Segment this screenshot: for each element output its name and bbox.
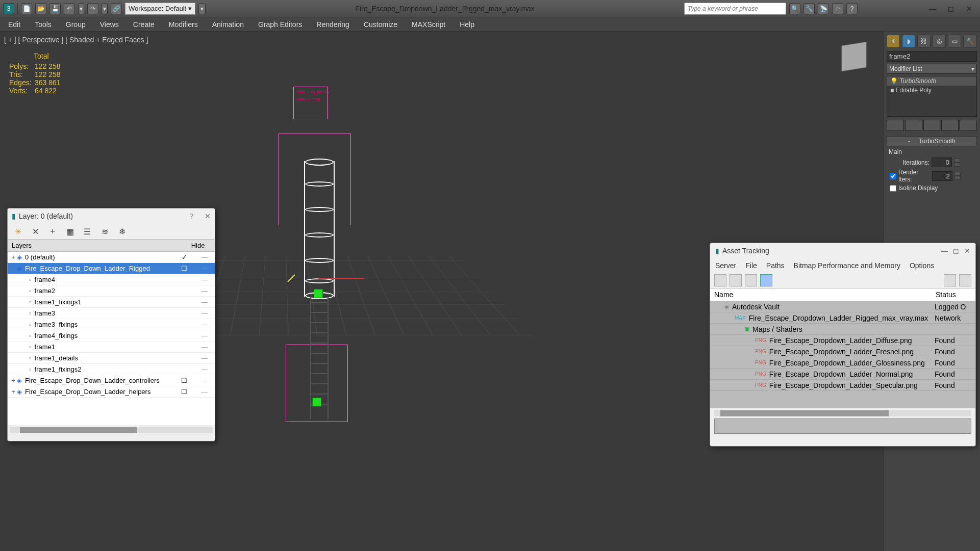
tab-utilities-icon[interactable]: 🔨 [963,35,976,48]
menu-group[interactable]: Group [66,20,86,29]
settings-asset-icon[interactable] [959,274,971,286]
redo-icon[interactable]: ↷ [87,3,98,14]
tab-display-icon[interactable]: ▭ [948,35,961,48]
menu-customize[interactable]: Customize [364,20,397,29]
object-name-input[interactable] [887,51,977,62]
freeze-cell[interactable]: — [194,309,215,317]
workspace-dropdown[interactable]: Workspace: Default ▾ [125,3,195,15]
asset-panel-close-icon[interactable]: ✕ [964,247,970,255]
favorites-icon[interactable]: ☆ [832,3,843,14]
viewcube[interactable] [834,37,874,76]
menu-graph-editors[interactable]: Graph Editors [258,20,302,29]
freeze-cell[interactable]: — [194,377,215,384]
layer-panel-titlebar[interactable]: ▮ Layer: 0 (default) ? ✕ [8,208,215,224]
open-file-icon[interactable]: 📂 [35,3,46,14]
freeze-cell[interactable]: — [194,365,215,373]
new-layer-icon[interactable]: ✳ [13,226,23,237]
show-end-result-icon[interactable] [905,120,922,131]
asset-row[interactable]: PNGFire_Escape_Dropdown_Ladder_Glossines… [710,357,975,369]
menu-maxscript[interactable]: MAXScript [412,20,445,29]
menu-create[interactable]: Create [133,20,155,29]
close-button[interactable]: ✕ [962,3,977,14]
minimize-button[interactable]: — [925,3,940,14]
iterations-spinner[interactable] [954,159,960,167]
turbosmooth-header[interactable]: - TurboSmooth [887,136,977,146]
layer-panel-close-icon[interactable]: ✕ [205,212,211,220]
iterations-input[interactable] [932,158,952,167]
hide-checkbox[interactable]: ☐ [174,377,194,384]
select-layer-icon[interactable]: ☰ [82,226,92,237]
layer-row[interactable]: ▫frame1_fixings2— [8,364,215,375]
freeze-cell[interactable]: — [194,253,215,261]
redo-dropdown-icon[interactable]: ▾ [102,3,108,14]
layer-row[interactable]: ▫frame4_fixings— [8,330,215,342]
freeze-layers-icon[interactable]: ❄ [117,226,127,237]
viewport-label[interactable]: [ + ] [ Perspective ] [ Shaded + Edged F… [4,36,148,44]
render-iters-input[interactable] [932,171,952,181]
menu-tools[interactable]: Tools [35,20,52,29]
layer-row[interactable]: -◈Fire_Escape_Drop_Down_Ladder_Rigged☐— [8,263,215,274]
col-name-label[interactable]: Name [714,291,936,299]
layer-row[interactable]: ▫frame3_fixings— [8,319,215,330]
modifier-stack[interactable]: 💡 TurboSmooth ■ Editable Poly [887,76,977,117]
asset-panel-hscroll[interactable] [714,410,971,416]
layer-row[interactable]: ▫frame1_details— [8,353,215,364]
add-to-layer-icon[interactable]: + [47,226,58,237]
freeze-cell[interactable]: — [194,265,215,272]
render-iters-spinner[interactable] [954,172,961,180]
tab-create-icon[interactable]: ✳ [887,35,900,48]
layer-row[interactable]: ▫frame4— [8,274,215,285]
visible-check-icon[interactable]: ✓ [174,253,194,261]
col-hide-label[interactable]: Hide [185,242,211,249]
render-iters-checkbox[interactable] [890,173,896,179]
pin-stack-icon[interactable] [887,120,904,131]
maximize-button[interactable]: ◻ [943,3,959,14]
undo-dropdown-icon[interactable]: ▾ [78,3,84,14]
app-logo-icon[interactable]: 3 [3,3,14,14]
freeze-cell[interactable]: — [194,287,215,295]
asset-row[interactable]: ▣Maps / Shaders [710,324,975,335]
save-file-icon[interactable]: 💾 [49,3,61,14]
expand-icon[interactable]: - [10,265,17,272]
layer-row[interactable]: ▫frame3— [8,308,215,319]
expand-icon[interactable]: + [10,253,17,261]
col-layers-label[interactable]: Layers [12,242,185,249]
workspace-more-icon[interactable]: ▾ [198,3,206,14]
asset-row[interactable]: MAXFire_Escape_Dropdown_Ladder_Rigged_ma… [710,312,975,324]
menu-modifiers[interactable]: Modifiers [169,20,198,29]
asset-tree[interactable]: ▣Autodesk VaultLogged OMAXFire_Escape_Dr… [710,301,975,408]
gizmo-bottom[interactable] [312,398,321,407]
menu-animation[interactable]: Animation [212,20,244,29]
tree-view-icon[interactable] [745,274,757,286]
asset-panel-minimize-icon[interactable]: — [941,247,948,255]
menu-edit[interactable]: Edit [8,20,20,29]
help-icon[interactable]: ? [846,3,858,14]
asset-menu-paths[interactable]: Paths [766,261,785,270]
asset-menu-server[interactable]: Server [715,261,736,270]
refresh-icon[interactable] [714,274,726,286]
list-view-icon[interactable] [730,274,742,286]
freeze-cell[interactable]: — [194,343,215,351]
hide-checkbox[interactable]: ☐ [174,388,194,396]
asset-row[interactable]: ▣Autodesk VaultLogged O [710,301,975,312]
menu-views[interactable]: Views [100,20,119,29]
layer-row[interactable]: +◈0 (default)✓— [8,252,215,263]
layer-tree[interactable]: +◈0 (default)✓—-◈Fire_Escape_Drop_Down_L… [8,252,215,425]
freeze-cell[interactable]: — [194,332,215,339]
make-unique-icon[interactable] [923,120,941,131]
asset-row[interactable]: PNGFire_Escape_Dropdown_Ladder_Fresnel.p… [710,346,975,357]
asset-menu-file[interactable]: File [745,261,757,270]
expand-icon[interactable]: + [10,377,17,384]
search-icon[interactable]: 🔍 [789,3,800,14]
link-icon[interactable]: 🔗 [111,3,122,14]
tab-hierarchy-icon[interactable]: ⛓ [917,35,931,48]
asset-menu-options[interactable]: Options [910,261,934,270]
layer-row[interactable]: ▫frame1— [8,342,215,353]
search-input[interactable] [684,3,786,15]
remove-modifier-icon[interactable] [941,120,959,131]
isoline-checkbox[interactable] [890,185,896,192]
wrench-icon[interactable]: 🔧 [803,3,815,14]
select-layer-objects-icon[interactable]: ▦ [65,226,75,237]
tab-motion-icon[interactable]: ◎ [933,35,946,48]
layer-panel-help-icon[interactable]: ? [189,212,193,220]
